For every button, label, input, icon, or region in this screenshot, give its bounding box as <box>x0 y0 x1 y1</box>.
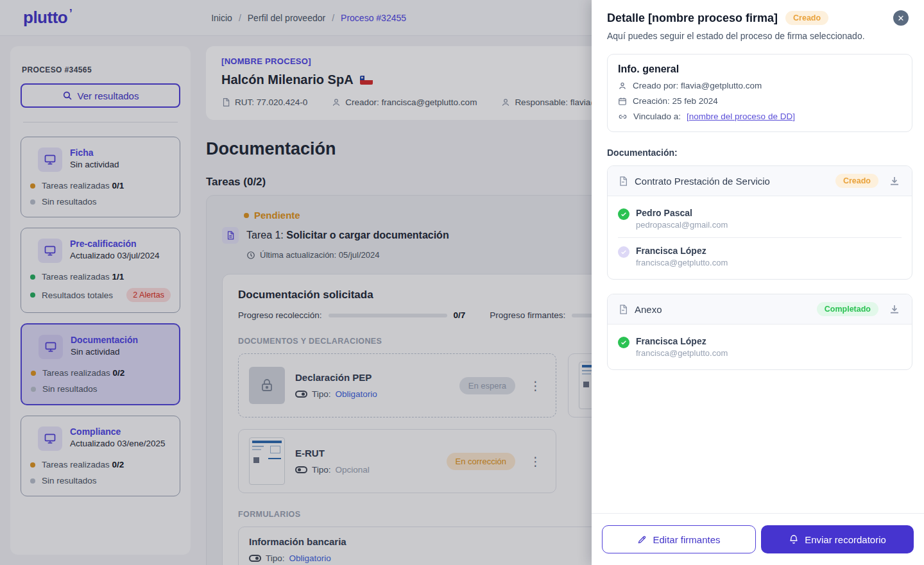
drawer-docs-label: Documentación: <box>607 148 912 158</box>
drawer-footer: Editar firmantes Enviar recordatorio <box>592 513 924 565</box>
signature-doc-card-anexo: Anexo Completado Francisca López francis… <box>607 294 912 370</box>
signature-doc-card-contrato: Contrato Prestación de Servicio Creado P… <box>607 165 912 280</box>
edit-signers-button[interactable]: Editar firmantes <box>602 525 756 553</box>
drawer-title: Detalle [nombre proceso firma] <box>607 12 778 25</box>
calendar-icon <box>618 97 627 106</box>
pencil-icon <box>637 535 647 544</box>
signer-name: Francisca López <box>636 336 728 346</box>
check-circle-icon <box>618 337 629 348</box>
check-circle-pending-icon <box>618 246 629 258</box>
signer-name: Pedro Pascal <box>636 208 728 218</box>
close-icon[interactable]: ✕ <box>893 10 909 26</box>
document-icon <box>618 304 628 315</box>
link-icon <box>618 112 628 121</box>
person-icon <box>618 81 627 90</box>
signature-doc-name: Anexo <box>635 304 810 315</box>
signer-email: pedropascal@gmail.com <box>636 220 728 230</box>
signer-name: Francisca López <box>636 246 728 256</box>
signature-doc-name: Contrato Prestación de Servicio <box>635 176 829 187</box>
created-at-row: Creación: 25 feb 2024 <box>618 96 902 106</box>
signer-row: Francisca López francisca@getplutto.com <box>618 237 902 275</box>
check-circle-icon <box>618 208 629 220</box>
signer-row: Francisca López francisca@getplutto.com <box>618 328 902 366</box>
signer-email: francisca@getplutto.com <box>636 348 728 358</box>
doc-status-badge: Completado <box>817 302 878 316</box>
document-icon <box>618 176 628 187</box>
linked-process-link[interactable]: [nombre del proceso de DD] <box>687 112 795 121</box>
signature-detail-drawer: Detalle [nombre proceso firma] Creado ✕ … <box>592 0 924 565</box>
download-icon[interactable] <box>887 174 902 188</box>
drawer-subtitle: Aquí puedes seguir el estado del proceso… <box>607 31 909 41</box>
general-info-title: Info. general <box>618 63 902 75</box>
send-reminder-button[interactable]: Enviar recordatorio <box>761 525 914 553</box>
bell-icon <box>789 534 799 544</box>
drawer-status-badge: Creado <box>785 11 828 25</box>
general-info-card: Info. general Creado por: flavia@getplut… <box>607 54 912 132</box>
linked-to-row: Vinculado a: [nombre del proceso de DD] <box>618 112 902 121</box>
download-icon[interactable] <box>887 302 902 316</box>
doc-status-badge: Creado <box>835 174 878 188</box>
signer-row: Pedro Pascal pedropascal@gmail.com <box>618 200 902 237</box>
created-by-row: Creado por: flavia@getplutto.com <box>618 81 902 90</box>
signer-email: francisca@getplutto.com <box>636 258 728 267</box>
